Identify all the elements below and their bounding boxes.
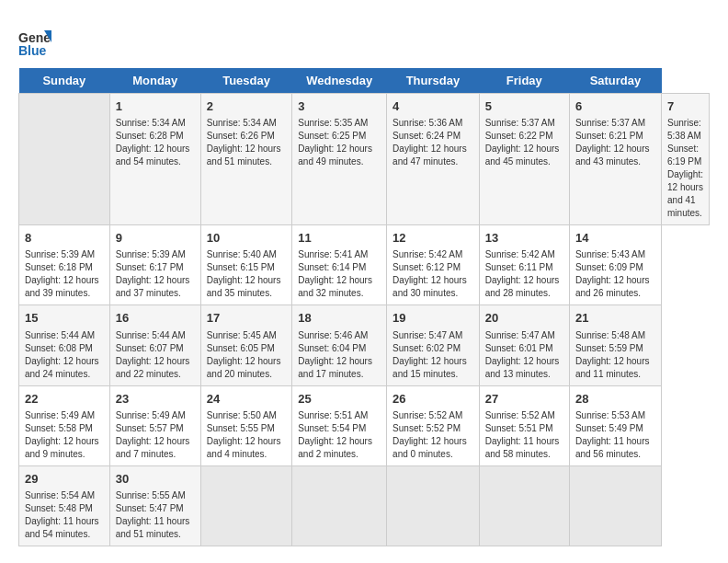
day-number: 13: [485, 230, 563, 247]
day-number: 19: [392, 310, 473, 327]
day-number: 14: [575, 230, 655, 247]
calendar-cell: 19Sunrise: 5:47 AMSunset: 6:02 PMDayligh…: [387, 305, 480, 385]
week-row-1: 8Sunrise: 5:39 AMSunset: 6:18 PMDaylight…: [19, 225, 710, 305]
calendar-cell: 18Sunrise: 5:46 AMSunset: 6:04 PMDayligh…: [292, 305, 387, 385]
weekday-header-tuesday: Tuesday: [200, 68, 292, 94]
day-number: 10: [207, 230, 287, 247]
day-number: 29: [25, 471, 104, 488]
week-row-4: 29Sunrise: 5:54 AMSunset: 5:48 PMDayligh…: [19, 465, 710, 546]
day-info: Sunrise: 5:44 AMSunset: 6:08 PMDaylight:…: [25, 329, 104, 381]
day-number: 27: [485, 391, 563, 408]
day-info: Sunrise: 5:34 AMSunset: 6:26 PMDaylight:…: [207, 117, 287, 168]
day-number: 3: [298, 98, 381, 115]
weekday-header-thursday: Thursday: [387, 68, 480, 94]
logo: General Blue: [18, 26, 55, 59]
svg-text:Blue: Blue: [18, 43, 47, 58]
weekday-header-friday: Friday: [479, 68, 569, 94]
calendar-cell: [479, 465, 569, 546]
day-info: Sunrise: 5:41 AMSunset: 6:14 PMDaylight:…: [298, 248, 381, 300]
day-info: Sunrise: 5:47 AMSunset: 6:02 PMDaylight:…: [392, 329, 473, 381]
calendar-cell: 25Sunrise: 5:51 AMSunset: 5:54 PMDayligh…: [292, 385, 387, 465]
day-info: Sunrise: 5:39 AMSunset: 6:18 PMDaylight:…: [25, 248, 104, 300]
calendar-cell: 3Sunrise: 5:35 AMSunset: 6:25 PMDaylight…: [292, 94, 387, 225]
day-number: 21: [575, 310, 655, 327]
day-info: Sunrise: 5:49 AMSunset: 5:57 PMDaylight:…: [116, 409, 195, 461]
week-row-3: 22Sunrise: 5:49 AMSunset: 5:58 PMDayligh…: [19, 385, 710, 465]
day-number: 24: [207, 391, 287, 408]
day-number: 4: [392, 98, 473, 115]
day-info: Sunrise: 5:55 AMSunset: 5:47 PMDaylight:…: [116, 489, 195, 541]
weekday-header-saturday: Saturday: [569, 68, 661, 94]
calendar-cell: 5Sunrise: 5:37 AMSunset: 6:22 PMDaylight…: [479, 94, 569, 225]
calendar-cell: 29Sunrise: 5:54 AMSunset: 5:48 PMDayligh…: [19, 465, 110, 546]
day-number: 9: [116, 230, 195, 247]
calendar-cell: 11Sunrise: 5:41 AMSunset: 6:14 PMDayligh…: [292, 225, 387, 305]
calendar-cell: 8Sunrise: 5:39 AMSunset: 6:18 PMDaylight…: [19, 225, 110, 305]
calendar-cell: [387, 465, 480, 546]
calendar-cell: 15Sunrise: 5:44 AMSunset: 6:08 PMDayligh…: [19, 305, 110, 385]
calendar-cell: 24Sunrise: 5:50 AMSunset: 5:55 PMDayligh…: [200, 385, 292, 465]
calendar-cell: [200, 465, 292, 546]
header: General Blue: [18, 18, 710, 59]
day-number: 7: [667, 98, 703, 115]
calendar-cell: 10Sunrise: 5:40 AMSunset: 6:15 PMDayligh…: [200, 225, 292, 305]
calendar-cell: 1Sunrise: 5:34 AMSunset: 6:28 PMDaylight…: [109, 94, 200, 225]
day-info: Sunrise: 5:36 AMSunset: 6:24 PMDaylight:…: [392, 117, 473, 168]
day-info: Sunrise: 5:50 AMSunset: 5:55 PMDaylight:…: [207, 409, 287, 461]
calendar-cell: 20Sunrise: 5:47 AMSunset: 6:01 PMDayligh…: [479, 305, 569, 385]
day-number: 28: [575, 391, 655, 408]
calendar-cell: 9Sunrise: 5:39 AMSunset: 6:17 PMDaylight…: [109, 225, 200, 305]
day-number: 20: [485, 310, 563, 327]
day-number: 8: [25, 230, 104, 247]
day-number: 18: [298, 310, 381, 327]
day-number: 2: [207, 98, 287, 115]
day-info: Sunrise: 5:42 AMSunset: 6:12 PMDaylight:…: [392, 248, 473, 300]
week-row-0: 1Sunrise: 5:34 AMSunset: 6:28 PMDaylight…: [19, 94, 710, 225]
day-info: Sunrise: 5:40 AMSunset: 6:15 PMDaylight:…: [207, 248, 287, 300]
day-number: 22: [25, 391, 104, 408]
calendar-cell: 30Sunrise: 5:55 AMSunset: 5:47 PMDayligh…: [109, 465, 200, 546]
day-number: 25: [298, 391, 381, 408]
day-number: 30: [116, 471, 195, 488]
calendar-cell: 6Sunrise: 5:37 AMSunset: 6:21 PMDaylight…: [569, 94, 661, 225]
calendar-cell: 17Sunrise: 5:45 AMSunset: 6:05 PMDayligh…: [200, 305, 292, 385]
calendar-table: SundayMondayTuesdayWednesdayThursdayFrid…: [18, 68, 710, 546]
day-info: Sunrise: 5:43 AMSunset: 6:09 PMDaylight:…: [575, 248, 655, 300]
day-number: 26: [392, 391, 473, 408]
calendar-cell: [569, 465, 661, 546]
calendar-cell: 26Sunrise: 5:52 AMSunset: 5:52 PMDayligh…: [387, 385, 480, 465]
day-info: Sunrise: 5:37 AMSunset: 6:22 PMDaylight:…: [485, 117, 563, 168]
weekday-header-wednesday: Wednesday: [292, 68, 387, 94]
calendar-cell: 22Sunrise: 5:49 AMSunset: 5:58 PMDayligh…: [19, 385, 110, 465]
day-info: Sunrise: 5:42 AMSunset: 6:11 PMDaylight:…: [485, 248, 563, 300]
header-row: SundayMondayTuesdayWednesdayThursdayFrid…: [19, 68, 710, 94]
day-number: 23: [116, 391, 195, 408]
calendar-cell: 2Sunrise: 5:34 AMSunset: 6:26 PMDaylight…: [200, 94, 292, 225]
calendar-cell: [292, 465, 387, 546]
week-row-2: 15Sunrise: 5:44 AMSunset: 6:08 PMDayligh…: [19, 305, 710, 385]
day-info: Sunrise: 5:47 AMSunset: 6:01 PMDaylight:…: [485, 329, 563, 381]
day-number: 15: [25, 310, 104, 327]
day-info: Sunrise: 5:54 AMSunset: 5:48 PMDaylight:…: [25, 489, 104, 541]
day-number: 1: [116, 98, 195, 115]
day-number: 6: [575, 98, 655, 115]
day-info: Sunrise: 5:45 AMSunset: 6:05 PMDaylight:…: [207, 329, 287, 381]
day-info: Sunrise: 5:52 AMSunset: 5:51 PMDaylight:…: [485, 409, 563, 461]
calendar-cell: 16Sunrise: 5:44 AMSunset: 6:07 PMDayligh…: [109, 305, 200, 385]
logo-icon: General Blue: [18, 26, 51, 59]
calendar-cell: 27Sunrise: 5:52 AMSunset: 5:51 PMDayligh…: [479, 385, 569, 465]
day-info: Sunrise: 5:37 AMSunset: 6:21 PMDaylight:…: [575, 117, 655, 168]
day-info: Sunrise: 5:35 AMSunset: 6:25 PMDaylight:…: [298, 117, 381, 168]
day-number: 11: [298, 230, 381, 247]
day-info: Sunrise: 5:34 AMSunset: 6:28 PMDaylight:…: [116, 117, 195, 168]
day-info: Sunrise: 5:39 AMSunset: 6:17 PMDaylight:…: [116, 248, 195, 300]
calendar-cell: 21Sunrise: 5:48 AMSunset: 5:59 PMDayligh…: [569, 305, 661, 385]
day-number: 12: [392, 230, 473, 247]
calendar-cell: 12Sunrise: 5:42 AMSunset: 6:12 PMDayligh…: [387, 225, 480, 305]
calendar-cell: 14Sunrise: 5:43 AMSunset: 6:09 PMDayligh…: [569, 225, 661, 305]
calendar-cell: 13Sunrise: 5:42 AMSunset: 6:11 PMDayligh…: [479, 225, 569, 305]
day-info: Sunrise: 5:53 AMSunset: 5:49 PMDaylight:…: [575, 409, 655, 461]
day-info: Sunrise: 5:48 AMSunset: 5:59 PMDaylight:…: [575, 329, 655, 381]
day-number: 16: [116, 310, 195, 327]
calendar-cell: 4Sunrise: 5:36 AMSunset: 6:24 PMDaylight…: [387, 94, 480, 225]
